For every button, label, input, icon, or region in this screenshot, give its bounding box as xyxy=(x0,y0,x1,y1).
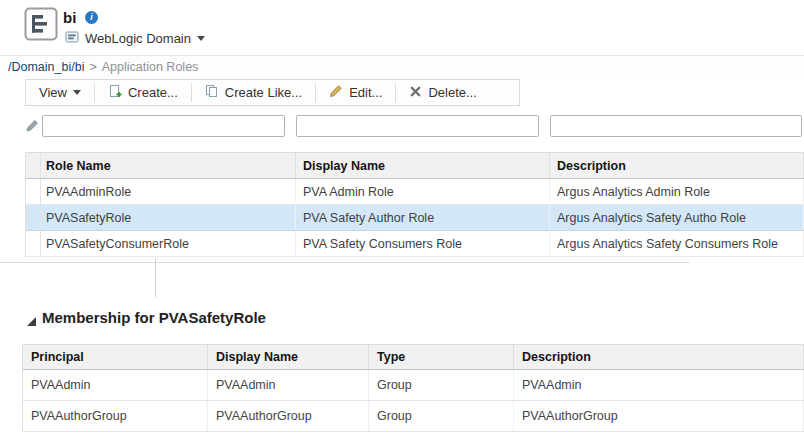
delete-label: Delete... xyxy=(428,85,476,100)
create-like-label: Create Like... xyxy=(225,85,302,100)
column-header-display-name[interactable]: Display Name xyxy=(296,153,550,178)
column-header-display-name[interactable]: Display Name xyxy=(208,345,369,369)
disclosure-triangle-icon[interactable] xyxy=(27,317,36,326)
cell-display-name: PVAAuthorGroup xyxy=(208,401,369,431)
breadcrumb: /Domain_bi/bi > Application Roles xyxy=(0,55,804,78)
panel-splitter-line xyxy=(155,259,156,297)
filter-input-description[interactable] xyxy=(550,115,802,137)
cell-description: Argus Analytics Safety Consumers Role xyxy=(550,231,804,256)
create-like-button[interactable]: Create Like... xyxy=(192,80,315,105)
weblogic-domain-menu[interactable]: WebLogic Domain xyxy=(65,29,205,47)
column-header-description[interactable]: Description xyxy=(514,345,804,369)
row-selector-gutter xyxy=(26,179,41,204)
chevron-down-icon xyxy=(73,90,81,95)
roles-table-header: Role Name Display Name Description xyxy=(26,152,804,179)
membership-table: Principal Display Name Type Description … xyxy=(22,344,804,432)
cell-display-name: PVA Safety Author Role xyxy=(296,205,550,230)
query-by-example-icon[interactable] xyxy=(26,118,39,131)
create-label: Create... xyxy=(128,85,178,100)
create-button[interactable]: Create... xyxy=(95,80,191,105)
column-header-principal[interactable]: Principal xyxy=(23,345,208,369)
cell-role-name: PVASafetyRole xyxy=(41,205,296,230)
delete-icon xyxy=(409,85,422,101)
region-border xyxy=(0,262,690,263)
column-header-description[interactable]: Description xyxy=(550,153,804,178)
column-header-type[interactable]: Type xyxy=(369,345,514,369)
row-selector-gutter xyxy=(26,153,41,178)
cell-display-name: PVAAdmin xyxy=(208,370,369,400)
edit-label: Edit... xyxy=(349,85,382,100)
create-like-icon xyxy=(205,84,219,101)
table-row[interactable]: PVAAdminRole PVA Admin Role Argus Analyt… xyxy=(26,179,804,205)
cell-description: Argus Analytics Admin Role xyxy=(550,179,804,204)
weblogic-domain-icon xyxy=(65,30,79,47)
view-menu-label: View xyxy=(39,85,67,100)
row-selector-gutter xyxy=(26,205,41,230)
roles-toolbar: View Create... Create Like... xyxy=(25,79,520,106)
row-selector-gutter xyxy=(26,231,41,256)
chevron-down-icon xyxy=(197,36,205,41)
cell-description: PVAAdmin xyxy=(514,370,804,400)
create-icon xyxy=(108,84,122,101)
table-row[interactable]: PVAAdmin PVAAdmin Group PVAAdmin xyxy=(23,370,804,401)
delete-button[interactable]: Delete... xyxy=(396,80,489,105)
breadcrumb-separator: > xyxy=(89,60,96,74)
edit-button[interactable]: Edit... xyxy=(316,80,395,105)
weblogic-domain-target-icon xyxy=(24,7,58,41)
membership-section-title: Membership for PVASafetyRole xyxy=(42,309,266,326)
weblogic-domain-menu-label: WebLogic Domain xyxy=(85,31,191,46)
table-row-selected[interactable]: PVASafetyRole PVA Safety Author Role Arg… xyxy=(26,205,804,231)
cell-description: Argus Analytics Safety Autho Role xyxy=(550,205,804,230)
page-title: bi xyxy=(63,9,76,26)
cell-description: PVAAuthorGroup xyxy=(514,401,804,431)
application-roles-page: bi i WebLogic Domain /Domain_bi/bi > App… xyxy=(0,0,804,437)
table-row[interactable]: PVAAuthorGroup PVAAuthorGroup Group PVAA… xyxy=(23,401,804,432)
cell-principal: PVAAuthorGroup xyxy=(23,401,208,431)
cell-type: Group xyxy=(369,370,514,400)
cell-principal: PVAAdmin xyxy=(23,370,208,400)
info-icon[interactable]: i xyxy=(85,11,98,24)
membership-table-header: Principal Display Name Type Description xyxy=(23,344,804,370)
breadcrumb-current: Application Roles xyxy=(102,60,199,74)
column-header-role-name[interactable]: Role Name xyxy=(41,153,296,178)
filter-input-role-name[interactable] xyxy=(42,115,285,137)
application-roles-table: Role Name Display Name Description PVAAd… xyxy=(25,152,804,257)
cell-type: Group xyxy=(369,401,514,431)
filter-input-display-name[interactable] xyxy=(296,115,539,137)
cell-display-name: PVA Admin Role xyxy=(296,179,550,204)
breadcrumb-link[interactable]: /Domain_bi/bi xyxy=(8,60,84,74)
view-menu-button[interactable]: View xyxy=(26,80,94,105)
cell-role-name: PVASafetyConsumerRole xyxy=(41,231,296,256)
edit-icon xyxy=(329,84,343,101)
cell-role-name: PVAAdminRole xyxy=(41,179,296,204)
table-row[interactable]: PVASafetyConsumerRole PVA Safety Consume… xyxy=(26,231,804,257)
cell-display-name: PVA Safety Consumers Role xyxy=(296,231,550,256)
